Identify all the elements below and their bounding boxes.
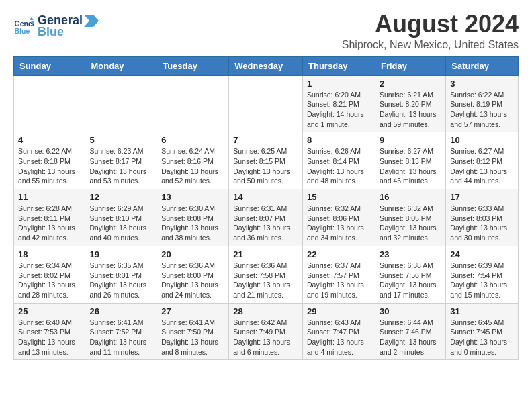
calendar-cell: 5Sunrise: 6:23 AM Sunset: 8:17 PM Daylig… bbox=[85, 132, 157, 189]
day-number: 20 bbox=[161, 249, 224, 259]
calendar-cell: 6Sunrise: 6:24 AM Sunset: 8:16 PM Daylig… bbox=[157, 132, 229, 189]
calendar-cell: 29Sunrise: 6:43 AM Sunset: 7:47 PM Dayli… bbox=[303, 303, 375, 360]
day-number: 30 bbox=[380, 306, 441, 316]
day-info: Sunrise: 6:33 AM Sunset: 8:03 PM Dayligh… bbox=[450, 203, 514, 243]
calendar-cell: 16Sunrise: 6:32 AM Sunset: 8:05 PM Dayli… bbox=[375, 189, 445, 246]
day-header-sunday: Sunday bbox=[14, 56, 85, 75]
day-number: 16 bbox=[380, 192, 441, 202]
day-number: 9 bbox=[380, 135, 441, 145]
day-info: Sunrise: 6:35 AM Sunset: 8:01 PM Dayligh… bbox=[89, 261, 152, 300]
calendar-cell: 7Sunrise: 6:25 AM Sunset: 8:15 PM Daylig… bbox=[229, 132, 303, 189]
day-header-friday: Friday bbox=[375, 56, 445, 75]
day-number: 7 bbox=[233, 135, 298, 145]
calendar-cell: 30Sunrise: 6:44 AM Sunset: 7:46 PM Dayli… bbox=[375, 303, 445, 360]
day-info: Sunrise: 6:45 AM Sunset: 7:45 PM Dayligh… bbox=[450, 318, 514, 357]
day-number: 2 bbox=[380, 79, 441, 89]
day-info: Sunrise: 6:22 AM Sunset: 8:19 PM Dayligh… bbox=[450, 90, 514, 130]
day-info: Sunrise: 6:32 AM Sunset: 8:06 PM Dayligh… bbox=[307, 203, 371, 243]
day-info: Sunrise: 6:38 AM Sunset: 7:56 PM Dayligh… bbox=[380, 261, 441, 300]
calendar-cell: 11Sunrise: 6:28 AM Sunset: 8:11 PM Dayli… bbox=[14, 189, 85, 246]
calendar-cell: 31Sunrise: 6:45 AM Sunset: 7:45 PM Dayli… bbox=[446, 303, 519, 360]
day-number: 26 bbox=[89, 306, 152, 316]
day-number: 28 bbox=[233, 306, 298, 316]
logo-icon: General Blue bbox=[13, 16, 34, 36]
day-number: 14 bbox=[233, 192, 298, 202]
calendar-week-row: 25Sunrise: 6:40 AM Sunset: 7:53 PM Dayli… bbox=[14, 303, 519, 360]
calendar-table: SundayMondayTuesdayWednesdayThursdayFrid… bbox=[13, 56, 519, 361]
calendar-week-row: 11Sunrise: 6:28 AM Sunset: 8:11 PM Dayli… bbox=[14, 189, 519, 246]
day-info: Sunrise: 6:39 AM Sunset: 7:54 PM Dayligh… bbox=[450, 261, 514, 300]
svg-marker-4 bbox=[84, 15, 99, 27]
day-info: Sunrise: 6:25 AM Sunset: 8:15 PM Dayligh… bbox=[233, 146, 298, 186]
day-number: 3 bbox=[450, 79, 514, 89]
day-number: 8 bbox=[307, 135, 371, 145]
day-info: Sunrise: 6:28 AM Sunset: 8:11 PM Dayligh… bbox=[18, 203, 81, 243]
day-number: 25 bbox=[18, 306, 81, 316]
day-header-tuesday: Tuesday bbox=[157, 56, 229, 75]
day-number: 22 bbox=[307, 249, 371, 259]
calendar-cell bbox=[229, 75, 303, 132]
day-number: 31 bbox=[450, 306, 514, 316]
calendar-cell: 27Sunrise: 6:41 AM Sunset: 7:50 PM Dayli… bbox=[157, 303, 229, 360]
month-year-title: August 2024 bbox=[342, 11, 519, 38]
day-number: 18 bbox=[18, 249, 81, 259]
calendar-cell: 1Sunrise: 6:20 AM Sunset: 8:21 PM Daylig… bbox=[303, 75, 375, 132]
calendar-cell: 25Sunrise: 6:40 AM Sunset: 7:53 PM Dayli… bbox=[14, 303, 85, 360]
day-info: Sunrise: 6:22 AM Sunset: 8:18 PM Dayligh… bbox=[18, 146, 81, 186]
day-header-thursday: Thursday bbox=[303, 56, 375, 75]
day-info: Sunrise: 6:34 AM Sunset: 8:02 PM Dayligh… bbox=[18, 261, 81, 300]
calendar-cell bbox=[14, 75, 85, 132]
calendar-cell: 15Sunrise: 6:32 AM Sunset: 8:06 PM Dayli… bbox=[303, 189, 375, 246]
calendar-cell bbox=[157, 75, 229, 132]
day-info: Sunrise: 6:24 AM Sunset: 8:16 PM Dayligh… bbox=[161, 146, 224, 186]
day-number: 4 bbox=[18, 135, 81, 145]
day-info: Sunrise: 6:32 AM Sunset: 8:05 PM Dayligh… bbox=[380, 203, 441, 243]
calendar-cell: 17Sunrise: 6:33 AM Sunset: 8:03 PM Dayli… bbox=[446, 189, 519, 246]
calendar-cell: 24Sunrise: 6:39 AM Sunset: 7:54 PM Dayli… bbox=[446, 246, 519, 303]
calendar-header-row: SundayMondayTuesdayWednesdayThursdayFrid… bbox=[14, 56, 519, 75]
day-info: Sunrise: 6:37 AM Sunset: 7:57 PM Dayligh… bbox=[307, 261, 371, 300]
calendar-cell: 19Sunrise: 6:35 AM Sunset: 8:01 PM Dayli… bbox=[85, 246, 157, 303]
day-number: 21 bbox=[233, 249, 298, 259]
calendar-cell: 20Sunrise: 6:36 AM Sunset: 8:00 PM Dayli… bbox=[157, 246, 229, 303]
calendar-week-row: 18Sunrise: 6:34 AM Sunset: 8:02 PM Dayli… bbox=[14, 246, 519, 303]
day-number: 19 bbox=[89, 249, 152, 259]
day-number: 1 bbox=[307, 79, 371, 89]
calendar-cell: 18Sunrise: 6:34 AM Sunset: 8:02 PM Dayli… bbox=[14, 246, 85, 303]
day-info: Sunrise: 6:44 AM Sunset: 7:46 PM Dayligh… bbox=[380, 318, 441, 357]
day-info: Sunrise: 6:23 AM Sunset: 8:17 PM Dayligh… bbox=[89, 146, 152, 186]
day-header-saturday: Saturday bbox=[446, 56, 519, 75]
calendar-cell: 28Sunrise: 6:42 AM Sunset: 7:49 PM Dayli… bbox=[229, 303, 303, 360]
logo-arrow-icon bbox=[84, 15, 99, 27]
day-info: Sunrise: 6:43 AM Sunset: 7:47 PM Dayligh… bbox=[307, 318, 371, 357]
day-info: Sunrise: 6:36 AM Sunset: 7:58 PM Dayligh… bbox=[233, 261, 298, 300]
day-info: Sunrise: 6:41 AM Sunset: 7:52 PM Dayligh… bbox=[89, 318, 152, 357]
calendar-cell bbox=[85, 75, 157, 132]
calendar-cell: 13Sunrise: 6:30 AM Sunset: 8:08 PM Dayli… bbox=[157, 189, 229, 246]
calendar-cell: 3Sunrise: 6:22 AM Sunset: 8:19 PM Daylig… bbox=[446, 75, 519, 132]
calendar-cell: 12Sunrise: 6:29 AM Sunset: 8:10 PM Dayli… bbox=[85, 189, 157, 246]
day-number: 15 bbox=[307, 192, 371, 202]
day-info: Sunrise: 6:30 AM Sunset: 8:08 PM Dayligh… bbox=[161, 203, 224, 243]
calendar-cell: 8Sunrise: 6:26 AM Sunset: 8:14 PM Daylig… bbox=[303, 132, 375, 189]
day-number: 5 bbox=[89, 135, 152, 145]
day-number: 13 bbox=[161, 192, 224, 202]
header: General Blue General Blue August 2024 Sh… bbox=[13, 11, 519, 51]
location-subtitle: Shiprock, New Mexico, United States bbox=[342, 39, 519, 51]
day-header-monday: Monday bbox=[85, 56, 157, 75]
calendar-cell: 23Sunrise: 6:38 AM Sunset: 7:56 PM Dayli… bbox=[375, 246, 445, 303]
day-info: Sunrise: 6:29 AM Sunset: 8:10 PM Dayligh… bbox=[89, 203, 152, 243]
day-number: 24 bbox=[450, 249, 514, 259]
svg-marker-2 bbox=[30, 17, 34, 21]
title-area: August 2024 Shiprock, New Mexico, United… bbox=[342, 11, 519, 51]
day-number: 23 bbox=[380, 249, 441, 259]
day-info: Sunrise: 6:27 AM Sunset: 8:12 PM Dayligh… bbox=[450, 146, 514, 186]
calendar-cell: 10Sunrise: 6:27 AM Sunset: 8:12 PM Dayli… bbox=[446, 132, 519, 189]
calendar-cell: 26Sunrise: 6:41 AM Sunset: 7:52 PM Dayli… bbox=[85, 303, 157, 360]
day-number: 12 bbox=[89, 192, 152, 202]
logo: General Blue General Blue bbox=[13, 13, 99, 39]
day-info: Sunrise: 6:31 AM Sunset: 8:07 PM Dayligh… bbox=[233, 203, 298, 243]
day-info: Sunrise: 6:26 AM Sunset: 8:14 PM Dayligh… bbox=[307, 146, 371, 186]
day-info: Sunrise: 6:41 AM Sunset: 7:50 PM Dayligh… bbox=[161, 318, 224, 357]
day-number: 17 bbox=[450, 192, 514, 202]
